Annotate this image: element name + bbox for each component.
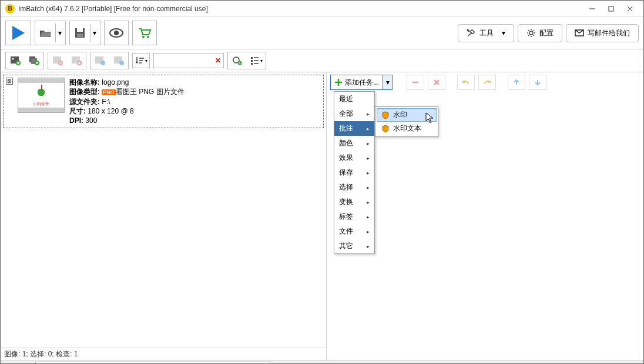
- folder-label: 源文件夹:: [69, 98, 100, 106]
- menu-item[interactable]: 变换▸: [334, 195, 374, 209]
- png-badge: PNG: [102, 89, 116, 95]
- run-button[interactable]: [5, 21, 31, 45]
- license-input[interactable]: <点击这里设置你的名字>: [35, 362, 270, 364]
- move-down-button[interactable]: [529, 75, 546, 90]
- menu-item[interactable]: 全部▸: [334, 106, 374, 121]
- main-toolbar: ▾ ▾ 工具 ▾ 配置 写邮件给我们: [1, 17, 643, 49]
- tools-icon: [467, 28, 476, 38]
- image-list: ⊠ 小白软件 图像名称: logo.png 图像类型: PNG看图王 PNG 图…: [1, 72, 326, 348]
- svg-rect-7: [77, 34, 83, 37]
- menu-item[interactable]: 其它▸: [334, 239, 374, 253]
- svg-point-25: [100, 61, 105, 65]
- chevron-down-icon: ▾: [502, 29, 505, 37]
- filter-input[interactable]: ✕: [153, 53, 224, 68]
- chevron-down-icon[interactable]: ▾: [90, 24, 96, 42]
- svg-point-12: [529, 31, 533, 35]
- task-menu: 最近全部▸批注▸颜色▸效果▸保存▸选择▸变换▸标签▸文件▸其它▸: [334, 91, 375, 254]
- svg-rect-31: [251, 60, 253, 62]
- mail-icon: [575, 28, 584, 38]
- task-toolbar: 添加任务... ▾: [327, 72, 643, 92]
- maximize-button[interactable]: [602, 3, 620, 15]
- item-checkbox[interactable]: ⊠: [6, 78, 13, 85]
- shield-icon: [381, 111, 390, 119]
- menu-item[interactable]: 最近: [334, 92, 374, 106]
- add-task-button[interactable]: 添加任务...: [330, 75, 383, 90]
- image-name: logo.png: [102, 78, 129, 86]
- chevron-down-icon[interactable]: ▾: [55, 24, 62, 42]
- image-status: 图像: 1; 选择: 0; 检查: 1: [1, 348, 326, 360]
- config-label: 配置: [539, 28, 554, 38]
- shop-button[interactable]: [132, 21, 157, 45]
- email-button[interactable]: 写邮件给我们: [566, 24, 639, 42]
- menu-item[interactable]: 颜色▸: [334, 136, 374, 151]
- gear-icon: [526, 28, 536, 38]
- svg-point-11: [147, 36, 149, 38]
- plus-icon: [334, 78, 343, 86]
- add-task-dropdown[interactable]: ▾: [383, 75, 393, 90]
- svg-rect-1: [609, 6, 613, 11]
- shield-icon: [381, 125, 390, 133]
- image-item[interactable]: ⊠ 小白软件 图像名称: logo.png 图像类型: PNG看图王 PNG 图…: [3, 75, 324, 128]
- svg-point-15: [12, 58, 14, 60]
- minimize-button[interactable]: [583, 3, 601, 15]
- menu-item[interactable]: 保存▸: [334, 165, 374, 180]
- submenu-item[interactable]: 水印文本: [377, 122, 437, 135]
- task-submenu: 水印水印文本: [375, 106, 438, 137]
- titlebar: B ImBatch (x64) 7.6.2 [Portable] [Free f…: [1, 1, 643, 17]
- clear-filter-icon[interactable]: ✕: [215, 56, 221, 65]
- uncheck-button[interactable]: [110, 53, 128, 68]
- thumbnail: 小白软件: [18, 78, 65, 113]
- dim-label: 尺寸:: [69, 107, 86, 115]
- save-button[interactable]: ▾: [69, 21, 100, 45]
- preview-button[interactable]: [104, 21, 129, 45]
- close-button[interactable]: [621, 3, 639, 15]
- email-label: 写邮件给我们: [588, 28, 630, 38]
- menu-item[interactable]: 标签▸: [334, 209, 374, 224]
- image-dpi: 300: [85, 116, 97, 125]
- add-task-label: 添加任务...: [345, 78, 379, 88]
- add-folder-button[interactable]: [25, 53, 43, 68]
- app-icon: B: [5, 4, 15, 14]
- window-title: ImBatch (x64) 7.6.2 [Portable] [Free for…: [18, 5, 583, 13]
- open-button[interactable]: ▾: [35, 21, 66, 45]
- svg-rect-6: [77, 28, 83, 32]
- filter-gear-button[interactable]: [229, 53, 246, 68]
- tools-label: 工具: [479, 28, 494, 38]
- config-button[interactable]: 配置: [518, 24, 562, 42]
- menu-item[interactable]: 效果▸: [334, 151, 374, 165]
- tools-button[interactable]: 工具 ▾: [458, 24, 514, 42]
- remove-all-button[interactable]: [68, 53, 85, 68]
- image-folder: F:\: [102, 98, 110, 106]
- undo-button[interactable]: [457, 75, 475, 90]
- svg-marker-4: [12, 26, 25, 40]
- image-toolbar: ▾ ✕ ▾: [1, 49, 643, 72]
- sort-button[interactable]: ▾: [132, 53, 150, 68]
- menu-item[interactable]: 批注▸: [334, 121, 374, 136]
- move-up-button[interactable]: [508, 75, 525, 90]
- delete-button[interactable]: [428, 75, 445, 90]
- check-button[interactable]: [91, 53, 109, 68]
- dpi-label: DPI:: [69, 116, 83, 125]
- image-type: 看图王 PNG 图片文件: [116, 88, 185, 96]
- svg-rect-32: [251, 63, 253, 65]
- svg-point-27: [119, 61, 124, 65]
- remove-image-button[interactable]: [49, 53, 66, 68]
- redo-button[interactable]: [478, 75, 496, 90]
- image-dimensions: 180 x 120 @ 8: [88, 107, 133, 115]
- list-view-button[interactable]: ▾: [247, 53, 265, 68]
- menu-item[interactable]: 文件▸: [334, 224, 374, 239]
- submenu-item[interactable]: 水印: [377, 108, 437, 122]
- add-image-button[interactable]: [6, 53, 24, 68]
- name-label: 图像名称:: [69, 78, 100, 86]
- svg-point-9: [114, 31, 119, 35]
- type-label: 图像类型:: [69, 88, 100, 96]
- menu-item[interactable]: 选择▸: [334, 180, 374, 195]
- svg-point-10: [142, 36, 145, 38]
- minus-button[interactable]: [407, 75, 424, 90]
- status-bar: 授权给: <点击这里设置你的名字> 你已在使用最新的版本: [1, 360, 643, 364]
- svg-rect-30: [251, 57, 253, 59]
